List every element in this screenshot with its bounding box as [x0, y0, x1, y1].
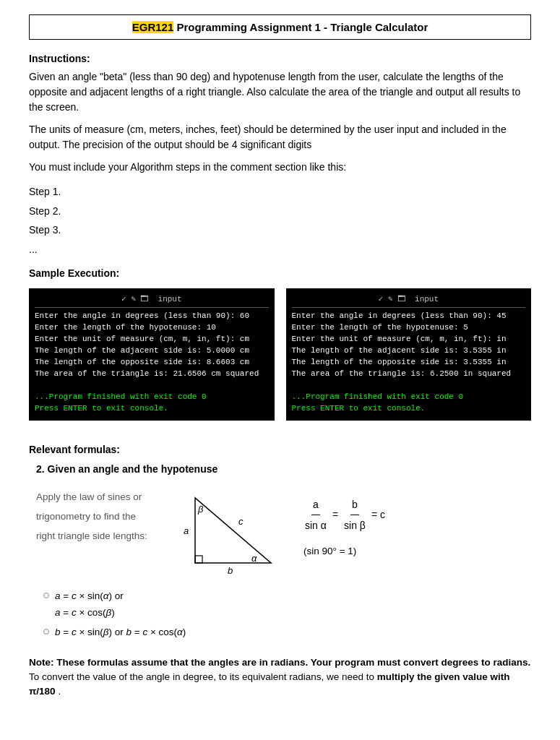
- note-end: .: [58, 686, 61, 697]
- svg-text:c: c: [238, 516, 244, 527]
- instructions-para3: You must include your Algorithm steps in…: [29, 160, 531, 175]
- console-1-exit-2: Press ENTER to exit console.: [35, 403, 269, 415]
- title-rest: Programming Assignment 1 - Triangle Calc…: [173, 21, 428, 33]
- triangle-diagram: β α c a b: [166, 487, 289, 581]
- note-section: Note: These formulas assume that the ang…: [29, 655, 531, 700]
- note-paragraph: Note: These formulas assume that the ang…: [29, 655, 531, 700]
- svg-text:a: a: [184, 525, 189, 536]
- instructions-para2: The units of measure (cm, meters, inches…: [29, 122, 531, 152]
- step-3: Step 3.: [29, 220, 531, 240]
- console-1-line-1: Enter the angle in degrees (less than 90…: [35, 311, 269, 322]
- bullet-circle-1: [43, 593, 49, 598]
- instructions-para1: Given an angle "beta" (less than 90 deg)…: [29, 69, 531, 115]
- step-2: Step 2.: [29, 202, 531, 221]
- formula-description: Apply the law of sines or trigonometry t…: [36, 487, 152, 546]
- note-bold-part1: Note: These formulas assume that the ang…: [29, 657, 530, 668]
- bullet-item-2: b = c × sin(β) or b = c × cos(α): [43, 624, 531, 641]
- console-2-line-5: The length of the opposite side is: 3.53…: [292, 357, 526, 369]
- fraction-b-denominator: sin β: [343, 515, 367, 535]
- console-2-line-1: Enter the angle in degrees (less than 90…: [292, 311, 526, 322]
- formula-desc-line-2: trigonometry to find the: [36, 507, 152, 526]
- consoles-row: ✓ ✎ 🗔 input Enter the angle in degrees (…: [29, 288, 531, 420]
- step-1: Step 1.: [29, 182, 531, 202]
- console-2-line-3: Enter the unit of measure (cm, m, in, ft…: [292, 334, 526, 345]
- console-1-line-3: Enter the unit of measure (cm, m, in, ft…: [35, 334, 269, 345]
- svg-text:b: b: [228, 565, 233, 576]
- bullet-1-line-2: a = c × cos(β): [55, 605, 124, 621]
- bullet-1-content: a = c × sin(α) or a = c × cos(β): [55, 588, 124, 621]
- law-of-sines-eq: a sin α = b sin β = c: [303, 494, 419, 535]
- svg-marker-0: [195, 498, 271, 563]
- instructions-label: Instructions:: [29, 51, 531, 66]
- console-2-line-6: The area of the triangle is: 6.2500 in s…: [292, 369, 526, 380]
- law-of-sines: a sin α = b sin β = c (sin 90° = 1): [303, 487, 419, 561]
- fraction-a-sina: a sin α: [303, 494, 328, 535]
- console-1-header: ✓ ✎ 🗔 input: [35, 294, 269, 308]
- svg-rect-1: [195, 556, 202, 563]
- page-title: EGR121 Programming Assignment 1 - Triang…: [29, 14, 531, 40]
- step-ellipsis: ...: [29, 240, 531, 259]
- console-1-line-2: Enter the length of the hypotenuse: 10: [35, 322, 269, 334]
- console-2-exit-2: Press ENTER to exit console.: [292, 403, 526, 415]
- bullet-1-line-1: a = c × sin(α) or: [55, 588, 124, 605]
- formulas-title: Relevant formulas:: [29, 442, 531, 457]
- bullet-2-content: b = c × sin(β) or b = c × cos(α): [55, 624, 186, 641]
- formula-bullet-list: a = c × sin(α) or a = c × cos(β) b = c ×…: [43, 588, 531, 641]
- console-1-line-4: The length of the adjacent side is: 5.00…: [35, 345, 269, 357]
- formula-subtitle: 2. Given an angle and the hypotenuse: [36, 462, 531, 477]
- triangle-svg: β α c a b: [166, 487, 289, 581]
- formula-desc-line-1: Apply the law of sines or: [36, 487, 152, 507]
- fraction-a-denominator: sin α: [303, 515, 328, 535]
- formula-desc-line-3: right triangle side lengths:: [36, 526, 152, 546]
- fraction-b-numerator: b: [350, 494, 359, 515]
- console-2-header: ✓ ✎ 🗔 input: [292, 294, 526, 308]
- console-1-line-5: The length of the opposite side is: 8.66…: [35, 357, 269, 369]
- sin90-eq: (sin 90° = 1): [303, 541, 419, 561]
- fraction-b-sinb: b sin β: [343, 494, 367, 535]
- bullet-item-1: a = c × sin(α) or a = c × cos(β): [43, 588, 531, 621]
- console-2-line-4: The length of the adjacent side is: 3.53…: [292, 345, 526, 357]
- formulas-section: Relevant formulas: 2. Given an angle and…: [29, 442, 531, 641]
- algorithm-steps: Step 1. Step 2. Step 3. ...: [29, 182, 531, 259]
- console-1-exit-1: ...Program finished with exit code 0: [35, 392, 269, 403]
- console-2: ✓ ✎ 🗔 input Enter the angle in degrees (…: [286, 288, 532, 420]
- console-1: ✓ ✎ 🗔 input Enter the angle in degrees (…: [29, 288, 275, 420]
- console-2-exit-1: ...Program finished with exit code 0: [292, 392, 526, 403]
- svg-text:β: β: [197, 504, 204, 515]
- formula-content-row: Apply the law of sines or trigonometry t…: [36, 487, 531, 581]
- svg-text:α: α: [251, 553, 257, 564]
- console-1-line-6: The area of the triangle is: 21.6506 cm …: [35, 369, 269, 380]
- fraction-a-numerator: a: [311, 494, 320, 515]
- bullet-circle-2: [43, 629, 49, 634]
- title-highlight: EGR121: [132, 21, 174, 33]
- note-middle: To convert the value of the angle in deg…: [29, 671, 377, 682]
- sample-execution-title: Sample Execution:: [29, 266, 531, 281]
- console-2-line-2: Enter the length of the hypotenuse: 5: [292, 322, 526, 334]
